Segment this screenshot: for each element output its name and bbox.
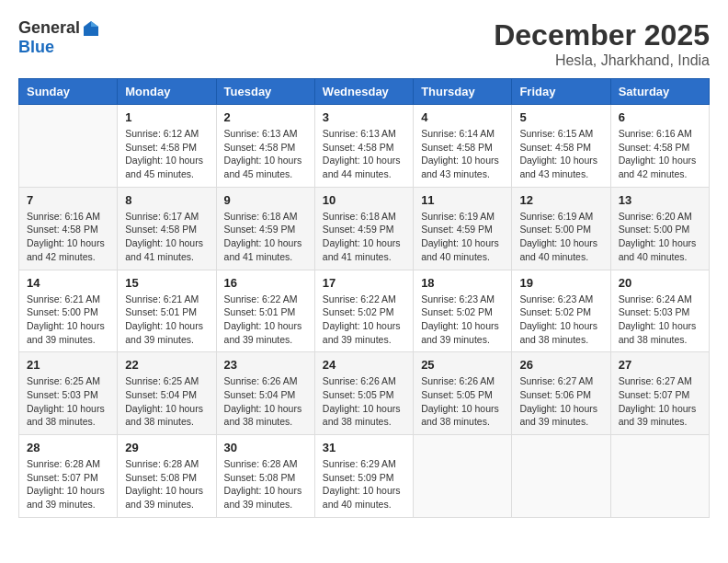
weekday-header: Thursday bbox=[414, 79, 512, 105]
svg-marker-1 bbox=[91, 21, 98, 27]
day-info: Sunrise: 6:21 AMSunset: 5:00 PMDaylight:… bbox=[27, 293, 109, 347]
calendar-day-cell: 9Sunrise: 6:18 AMSunset: 4:59 PMDaylight… bbox=[216, 187, 314, 270]
day-number: 16 bbox=[224, 276, 307, 290]
day-number: 3 bbox=[323, 110, 405, 124]
day-info: Sunrise: 6:26 AMSunset: 5:05 PMDaylight:… bbox=[421, 374, 504, 429]
calendar-week-row: 14Sunrise: 6:21 AMSunset: 5:00 PMDayligh… bbox=[19, 270, 710, 352]
month-title: December 2025 bbox=[494, 18, 710, 52]
calendar-day-cell: 29Sunrise: 6:28 AMSunset: 5:08 PMDayligh… bbox=[118, 435, 216, 518]
logo-blue-text: Blue bbox=[18, 38, 54, 57]
day-info: Sunrise: 6:18 AMSunset: 4:59 PMDaylight:… bbox=[323, 210, 405, 264]
calendar-day-cell: 23Sunrise: 6:26 AMSunset: 5:04 PMDayligh… bbox=[216, 352, 314, 435]
calendar-day-cell bbox=[414, 435, 512, 518]
calendar-day-cell: 17Sunrise: 6:22 AMSunset: 5:02 PMDayligh… bbox=[314, 270, 413, 352]
day-info: Sunrise: 6:22 AMSunset: 5:01 PMDaylight:… bbox=[224, 293, 307, 347]
day-number: 12 bbox=[519, 193, 602, 207]
calendar-day-cell: 3Sunrise: 6:13 AMSunset: 4:58 PMDaylight… bbox=[314, 105, 413, 188]
day-number: 11 bbox=[421, 193, 504, 207]
calendar-day-cell: 27Sunrise: 6:27 AMSunset: 5:07 PMDayligh… bbox=[610, 352, 709, 435]
calendar-day-cell: 26Sunrise: 6:27 AMSunset: 5:06 PMDayligh… bbox=[512, 352, 610, 435]
calendar-day-cell: 6Sunrise: 6:16 AMSunset: 4:58 PMDaylight… bbox=[610, 105, 709, 188]
calendar-day-cell: 11Sunrise: 6:19 AMSunset: 4:59 PMDayligh… bbox=[414, 187, 512, 270]
day-number: 9 bbox=[224, 193, 307, 207]
calendar-day-cell: 25Sunrise: 6:26 AMSunset: 5:05 PMDayligh… bbox=[414, 352, 512, 435]
calendar-day-cell: 31Sunrise: 6:29 AMSunset: 5:09 PMDayligh… bbox=[314, 435, 413, 518]
day-info: Sunrise: 6:28 AMSunset: 5:08 PMDaylight:… bbox=[125, 457, 208, 511]
day-number: 1 bbox=[125, 110, 208, 124]
day-number: 19 bbox=[519, 276, 602, 290]
weekday-header: Tuesday bbox=[216, 79, 314, 105]
calendar-day-cell: 2Sunrise: 6:13 AMSunset: 4:58 PMDaylight… bbox=[216, 105, 314, 188]
calendar-day-cell bbox=[610, 435, 709, 518]
weekday-header: Friday bbox=[512, 79, 610, 105]
day-info: Sunrise: 6:20 AMSunset: 5:00 PMDaylight:… bbox=[619, 210, 701, 264]
day-info: Sunrise: 6:28 AMSunset: 5:07 PMDaylight:… bbox=[27, 457, 109, 511]
weekday-header: Wednesday bbox=[314, 79, 413, 105]
logo-general-text: General bbox=[18, 18, 80, 38]
logo: General Blue bbox=[18, 18, 100, 57]
day-number: 4 bbox=[421, 110, 504, 124]
calendar-week-row: 28Sunrise: 6:28 AMSunset: 5:07 PMDayligh… bbox=[19, 435, 710, 518]
day-number: 27 bbox=[619, 358, 701, 372]
calendar-day-cell: 12Sunrise: 6:19 AMSunset: 5:00 PMDayligh… bbox=[512, 187, 610, 270]
day-info: Sunrise: 6:18 AMSunset: 4:59 PMDaylight:… bbox=[224, 210, 307, 264]
day-info: Sunrise: 6:27 AMSunset: 5:07 PMDaylight:… bbox=[619, 374, 701, 429]
day-info: Sunrise: 6:21 AMSunset: 5:01 PMDaylight:… bbox=[125, 293, 208, 347]
day-info: Sunrise: 6:19 AMSunset: 4:59 PMDaylight:… bbox=[421, 210, 504, 264]
calendar-day-cell: 1Sunrise: 6:12 AMSunset: 4:58 PMDaylight… bbox=[118, 105, 216, 188]
day-number: 20 bbox=[619, 276, 701, 290]
day-number: 10 bbox=[323, 193, 405, 207]
day-info: Sunrise: 6:23 AMSunset: 5:02 PMDaylight:… bbox=[421, 293, 504, 347]
day-info: Sunrise: 6:13 AMSunset: 4:58 PMDaylight:… bbox=[224, 127, 307, 181]
day-number: 15 bbox=[125, 276, 208, 290]
calendar-day-cell: 28Sunrise: 6:28 AMSunset: 5:07 PMDayligh… bbox=[19, 435, 118, 518]
day-info: Sunrise: 6:16 AMSunset: 4:58 PMDaylight:… bbox=[27, 210, 109, 264]
day-number: 29 bbox=[125, 441, 208, 454]
day-info: Sunrise: 6:25 AMSunset: 5:03 PMDaylight:… bbox=[27, 374, 109, 429]
day-number: 14 bbox=[27, 276, 109, 290]
calendar-day-cell: 21Sunrise: 6:25 AMSunset: 5:03 PMDayligh… bbox=[19, 352, 118, 435]
day-info: Sunrise: 6:22 AMSunset: 5:02 PMDaylight:… bbox=[323, 293, 405, 347]
day-number: 30 bbox=[224, 441, 307, 454]
day-number: 25 bbox=[421, 358, 504, 372]
day-number: 6 bbox=[619, 110, 701, 124]
title-block: December 2025 Hesla, Jharkhand, India bbox=[494, 18, 710, 69]
day-number: 26 bbox=[519, 358, 602, 372]
day-info: Sunrise: 6:26 AMSunset: 5:05 PMDaylight:… bbox=[323, 374, 405, 429]
calendar-day-cell bbox=[19, 105, 118, 188]
calendar-day-cell: 19Sunrise: 6:23 AMSunset: 5:02 PMDayligh… bbox=[512, 270, 610, 352]
day-number: 23 bbox=[224, 358, 307, 372]
day-number: 22 bbox=[125, 358, 208, 372]
calendar-day-cell: 13Sunrise: 6:20 AMSunset: 5:00 PMDayligh… bbox=[610, 187, 709, 270]
calendar-day-cell bbox=[512, 435, 610, 518]
day-number: 31 bbox=[323, 441, 405, 454]
day-info: Sunrise: 6:13 AMSunset: 4:58 PMDaylight:… bbox=[323, 127, 405, 181]
day-info: Sunrise: 6:16 AMSunset: 4:58 PMDaylight:… bbox=[619, 127, 701, 181]
page-header: General Blue December 2025 Hesla, Jharkh… bbox=[18, 18, 710, 69]
calendar-day-cell: 4Sunrise: 6:14 AMSunset: 4:58 PMDaylight… bbox=[414, 105, 512, 188]
calendar-week-row: 21Sunrise: 6:25 AMSunset: 5:03 PMDayligh… bbox=[19, 352, 710, 435]
calendar-day-cell: 24Sunrise: 6:26 AMSunset: 5:05 PMDayligh… bbox=[314, 352, 413, 435]
calendar-day-cell: 10Sunrise: 6:18 AMSunset: 4:59 PMDayligh… bbox=[314, 187, 413, 270]
day-info: Sunrise: 6:19 AMSunset: 5:00 PMDaylight:… bbox=[519, 210, 602, 264]
calendar-day-cell: 15Sunrise: 6:21 AMSunset: 5:01 PMDayligh… bbox=[118, 270, 216, 352]
day-number: 2 bbox=[224, 110, 307, 124]
weekday-header: Saturday bbox=[610, 79, 709, 105]
day-info: Sunrise: 6:15 AMSunset: 4:58 PMDaylight:… bbox=[519, 127, 602, 181]
day-number: 13 bbox=[619, 193, 701, 207]
day-number: 8 bbox=[125, 193, 208, 207]
calendar-day-cell: 16Sunrise: 6:22 AMSunset: 5:01 PMDayligh… bbox=[216, 270, 314, 352]
day-info: Sunrise: 6:25 AMSunset: 5:04 PMDaylight:… bbox=[125, 374, 208, 429]
day-number: 21 bbox=[27, 358, 109, 372]
day-info: Sunrise: 6:17 AMSunset: 4:58 PMDaylight:… bbox=[125, 210, 208, 264]
calendar-table: SundayMondayTuesdayWednesdayThursdayFrid… bbox=[18, 78, 710, 518]
calendar-week-row: 7Sunrise: 6:16 AMSunset: 4:58 PMDaylight… bbox=[19, 187, 710, 270]
logo-icon bbox=[82, 19, 100, 38]
calendar-day-cell: 18Sunrise: 6:23 AMSunset: 5:02 PMDayligh… bbox=[414, 270, 512, 352]
location: Hesla, Jharkhand, India bbox=[494, 52, 710, 69]
calendar-day-cell: 5Sunrise: 6:15 AMSunset: 4:58 PMDaylight… bbox=[512, 105, 610, 188]
weekday-header: Monday bbox=[118, 79, 216, 105]
calendar-header-row: SundayMondayTuesdayWednesdayThursdayFrid… bbox=[19, 79, 710, 105]
calendar-day-cell: 8Sunrise: 6:17 AMSunset: 4:58 PMDaylight… bbox=[118, 187, 216, 270]
day-info: Sunrise: 6:14 AMSunset: 4:58 PMDaylight:… bbox=[421, 127, 504, 181]
